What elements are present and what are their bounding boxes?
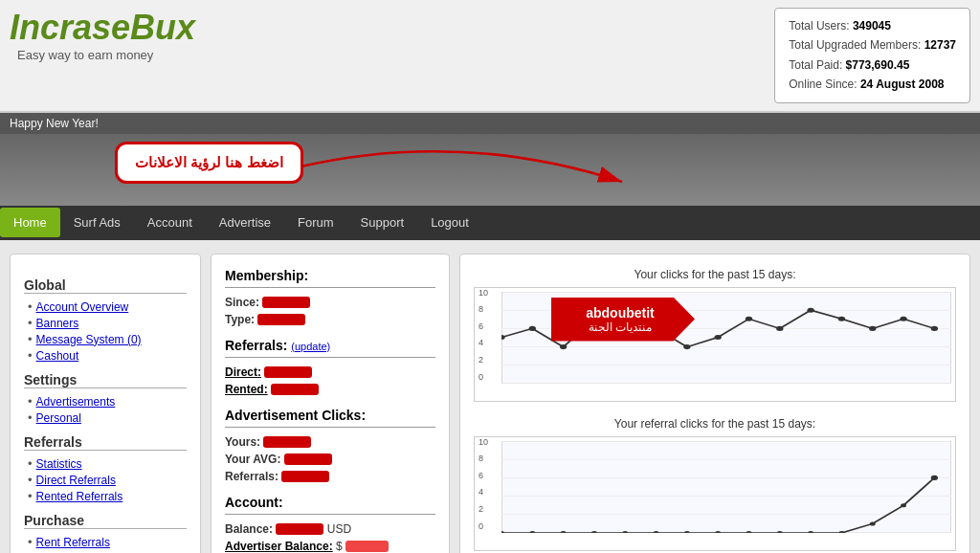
yours-value — [263, 436, 311, 448]
advertiser-value — [345, 541, 389, 552]
since-label: Since: — [225, 296, 259, 309]
upgraded-row: Total Upgraded Members: 12737 — [789, 35, 956, 55]
paid-row: Total Paid: $773,690.45 — [789, 55, 956, 75]
right-panel: Your clicks for the past 15 days: 10 8 6… — [459, 254, 970, 553]
nav-logout[interactable]: Logout — [417, 208, 482, 237]
paid-value: $773,690.45 — [846, 58, 910, 72]
since-value — [262, 297, 310, 308]
upgraded-label: Total Upgraded Members: — [789, 38, 921, 52]
adv-clicks-title: Advertisement Clicks: — [225, 408, 435, 428]
since-row: Since: — [225, 296, 435, 309]
sidebar-purchase-title: Purchase — [24, 513, 187, 529]
balance-value — [276, 523, 323, 535]
nav: Home Surf Ads Account Advertise Forum Su… — [0, 206, 980, 240]
referrals-clicks-row: Referrals: — [225, 470, 435, 483]
yours-label: Yours: — [225, 435, 260, 449]
promo-arabic: منتديات الجنة — [561, 321, 679, 334]
nav-account[interactable]: Account — [134, 208, 206, 237]
svg-point-42 — [870, 521, 876, 525]
sidebar-settings-section: Settings Advertisements Personal — [24, 372, 187, 425]
middle-panel: Membership: Since: Type: Referrals: (upd… — [211, 254, 450, 553]
rented-label: Rented: — [225, 383, 268, 396]
total-users-row: Total Users: 349045 — [789, 16, 956, 35]
sidebar-global-section: Global Account Overview Banners Message … — [24, 277, 187, 363]
sidebar-item-rent-referrals[interactable]: Rent Referrals — [28, 535, 187, 549]
svg-point-14 — [683, 344, 690, 349]
paid-label: Total Paid: — [789, 58, 842, 72]
sidebar-global-title: Global — [24, 277, 187, 294]
svg-point-21 — [900, 316, 906, 321]
online-label: Online Since: — [789, 77, 857, 91]
online-row: Online Since: 24 August 2008 — [789, 75, 956, 94]
clicks-y-axis: 10 8 6 4 2 0 — [479, 288, 488, 382]
svg-point-17 — [776, 325, 783, 330]
type-row: Type: — [225, 313, 435, 326]
online-value: 24 August 2008 — [860, 77, 945, 91]
total-users-label: Total Users: — [789, 19, 849, 33]
sidebar-item-direct-referrals[interactable]: Direct Referrals — [28, 473, 187, 487]
svg-point-15 — [715, 335, 722, 340]
nav-advertise[interactable]: Advertise — [206, 208, 284, 237]
sidebar-item-statistics[interactable]: Statistics — [28, 456, 187, 471]
ref-clicks-chart-svg — [501, 441, 951, 533]
sidebar-item-personal[interactable]: Personal — [28, 410, 187, 425]
svg-point-19 — [838, 316, 845, 321]
your-avg-row: Your AVG: — [225, 453, 435, 466]
main: Global Account Overview Banners Message … — [0, 240, 980, 553]
svg-point-9 — [529, 325, 536, 330]
ref-clicks-chart-title: Your referral clicks for the past 15 day… — [474, 417, 956, 431]
upgraded-value: 12737 — [924, 38, 956, 52]
balance-suffix: USD — [327, 522, 351, 536]
stats-box: Total Users: 349045 Total Upgraded Membe… — [774, 8, 970, 103]
referrals-clicks-label: Referrals: — [225, 470, 278, 483]
membership-title: Membership: — [225, 268, 435, 288]
logo-sub: Easy way to earn money — [17, 48, 195, 62]
callout-text: اضغط هنا لرؤية الاعلانات — [135, 154, 283, 170]
direct-value — [264, 366, 312, 378]
account-title: Account: — [225, 495, 435, 515]
nav-support[interactable]: Support — [347, 208, 418, 237]
advertiser-prefix: $ — [336, 540, 343, 553]
svg-rect-23 — [501, 441, 951, 533]
sidebar-item-message-system[interactable]: Message System (0) — [28, 332, 187, 346]
referrals-clicks-value — [281, 471, 329, 482]
your-avg-value — [284, 453, 332, 465]
callout-arrow — [278, 139, 641, 201]
nav-forum[interactable]: Forum — [284, 208, 347, 237]
sidebar-item-banners[interactable]: Banners — [28, 316, 187, 330]
header: IncraseBux Easy way to earn money Total … — [0, 0, 980, 113]
sidebar-item-cashout[interactable]: Cashout — [28, 348, 187, 363]
direct-label: Direct: — [225, 365, 261, 379]
svg-point-16 — [746, 316, 752, 321]
callout-area: اضغط هنا لرؤية الاعلانات — [0, 134, 980, 206]
sidebar-settings-title: Settings — [24, 372, 187, 388]
sidebar-item-rented-referrals[interactable]: Rented Referrals — [28, 489, 187, 503]
sidebar: Global Account Overview Banners Message … — [10, 254, 201, 553]
nav-home[interactable]: Home — [0, 208, 60, 237]
svg-point-44 — [931, 475, 938, 479]
balance-row: Balance: USD — [225, 522, 435, 536]
total-users-value: 349045 — [853, 19, 891, 33]
svg-point-20 — [869, 325, 876, 330]
happy-bar: Happy New Year! — [0, 113, 980, 134]
ref-clicks-chart: 10 8 6 4 2 0 — [474, 436, 956, 551]
balance-label: Balance: — [225, 522, 273, 536]
svg-point-22 — [931, 325, 938, 330]
your-avg-label: Your AVG: — [225, 453, 280, 466]
callout-box[interactable]: اضغط هنا لرؤية الاعلانات — [115, 142, 303, 184]
advertiser-label: Advertiser Balance: — [225, 540, 333, 553]
sidebar-referrals-title: Referrals — [24, 434, 187, 451]
yours-row: Yours: — [225, 435, 435, 449]
svg-point-43 — [901, 503, 906, 507]
rented-value — [271, 384, 319, 395]
logo-main: IncraseBux — [10, 8, 195, 48]
nav-surf-ads[interactable]: Surf Ads — [60, 208, 134, 237]
svg-point-18 — [807, 307, 813, 312]
sidebar-purchase-section: Purchase Rent Referrals Rental Queue Upg… — [24, 513, 187, 553]
sidebar-item-advertisements[interactable]: Advertisements — [28, 394, 187, 409]
advertiser-balance-row: Advertiser Balance: $ — [225, 540, 435, 553]
direct-row: Direct: — [225, 365, 435, 379]
clicks-chart-title: Your clicks for the past 15 days: — [474, 268, 956, 281]
referrals-update-link[interactable]: (update) — [291, 341, 330, 352]
sidebar-item-account-overview[interactable]: Account Overview — [28, 299, 187, 314]
